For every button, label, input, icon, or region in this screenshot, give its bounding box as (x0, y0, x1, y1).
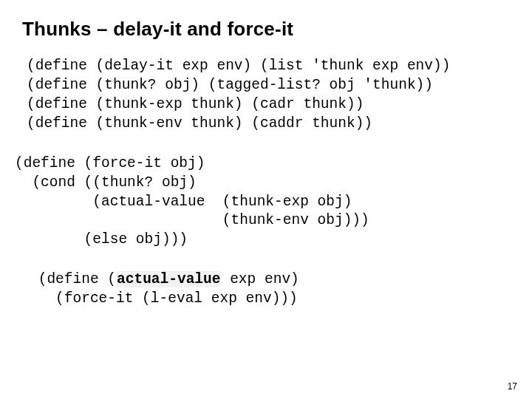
code-block-force-it: (define (force-it obj) (cond ((thunk? ob… (15, 154, 511, 250)
slide: Thunks – delay-it and force-it (define (… (0, 0, 532, 399)
slide-title: Thunks – delay-it and force-it (22, 18, 511, 41)
page-number: 17 (508, 381, 517, 392)
code-line: (else obj))) (15, 231, 188, 248)
code-line: (force-it (l-eval exp env))) (30, 290, 298, 307)
code-line: (define (thunk? obj) (tagged-list? obj '… (27, 77, 433, 93)
highlighted-symbol: actual-value (116, 271, 221, 287)
code-line: (cond ((thunk? obj) (15, 174, 197, 191)
code-block-actual-value: (define (actual-value exp env) (force-it… (30, 270, 511, 309)
code-line: (define (delay-it exp env) (list 'thunk … (27, 58, 450, 74)
code-line: (actual-value (thunk-exp obj) (15, 194, 352, 210)
code-line: (thunk-env obj))) (15, 212, 369, 228)
code-line: (define (thunk-env thunk) (caddr thunk)) (27, 115, 372, 132)
code-line-part: exp env) (221, 271, 299, 287)
code-line: (define (thunk-exp thunk) (cadr thunk)) (27, 96, 364, 112)
code-line: (define (force-it obj) (15, 155, 205, 171)
code-block-thunk-defs: (define (delay-it exp env) (list 'thunk … (27, 57, 511, 134)
code-line-part: (define ( (30, 271, 116, 287)
